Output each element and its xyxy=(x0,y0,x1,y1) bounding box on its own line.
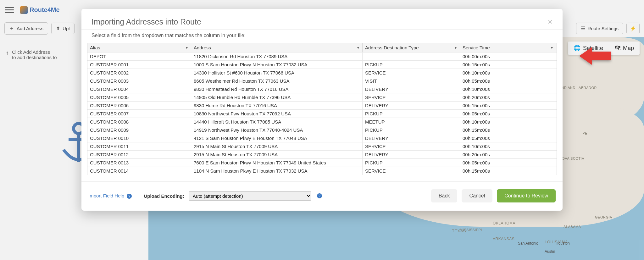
table-cell: PICKUP xyxy=(363,110,460,118)
table-row: CUSTOMER 000914919 Northwest Fwy Houston… xyxy=(87,126,557,134)
table-cell: 14300 Hollister St #600 Houston TX 77066… xyxy=(191,69,363,77)
cancel-button[interactable]: Cancel xyxy=(462,189,492,202)
encoding-select[interactable]: Auto (attempt detection) xyxy=(189,191,311,201)
table-row: CUSTOMER 00137600 E Sam Houston Pkwy N H… xyxy=(87,158,557,167)
table-cell: 00h:20m:00s xyxy=(460,151,556,158)
modal-subtitle: Select a field from the dropdown that ma… xyxy=(81,29,563,43)
table-cell: 11820 Dickinson Rd Houston TX 77089 USA xyxy=(191,53,363,60)
table-cell: DEPOT xyxy=(87,53,191,60)
modal-title: Importing Addresses into Route xyxy=(92,17,548,26)
table-cell: MEETUP xyxy=(363,118,460,126)
table-cell: 9830 Homestead Rd Houston TX 77016 USA xyxy=(191,85,363,93)
table-row: CUSTOMER 00038605 Westheimer Rd Houston … xyxy=(87,77,557,85)
table-cell: SERVICE xyxy=(363,69,460,77)
table-row: CUSTOMER 000514905 Old Humble Rd Humble … xyxy=(87,93,557,101)
table-cell: CUSTOMER 0010 xyxy=(87,134,191,142)
table-row: DEPOT11820 Dickinson Rd Houston TX 77089… xyxy=(87,52,557,60)
table-cell: 00h:00m:00s xyxy=(460,53,556,60)
column-mapping-dest-type[interactable]: Address Destination Type ▾ xyxy=(363,43,460,52)
table-cell: 8605 Westheimer Rd Houston TX 77063 USA xyxy=(191,77,363,85)
table-cell: 00h:20m:00s xyxy=(460,93,556,101)
column-mapping-address[interactable]: Address ▾ xyxy=(191,43,363,52)
column-select-value: Address Destination Type xyxy=(365,45,457,50)
table-cell: 00h:05m:00s xyxy=(460,110,556,118)
table-cell: CUSTOMER 0004 xyxy=(87,85,191,93)
import-addresses-modal: Importing Addresses into Route × Select … xyxy=(81,9,563,211)
help-icon[interactable]: ? xyxy=(317,193,322,198)
table-cell xyxy=(363,53,460,60)
table-cell: 00h:10m:00s xyxy=(460,142,556,150)
table-row: CUSTOMER 00122915 N Main St Houston TX 7… xyxy=(87,150,557,158)
column-select-value: Address xyxy=(194,45,360,50)
table-row: CUSTOMER 00011000 S Sam Houston Pkwy N H… xyxy=(87,60,557,69)
table-cell: DELIVERY xyxy=(363,134,460,142)
table-cell: 00h:15m:00s xyxy=(460,102,556,109)
table-cell: PICKUP xyxy=(363,159,460,167)
table-cell: 1000 S Sam Houston Pkwy N Houston TX 770… xyxy=(191,61,363,69)
table-cell: CUSTOMER 0003 xyxy=(87,77,191,85)
table-cell: DELIVERY xyxy=(363,85,460,93)
table-cell: 00h:10m:00s xyxy=(460,85,556,93)
table-cell: 14905 Old Humble Rd Humble TX 77396 USA xyxy=(191,93,363,101)
table-cell: CUSTOMER 0011 xyxy=(87,142,191,150)
table-row: CUSTOMER 00104121 S Sam Houston Pkwy E H… xyxy=(87,134,557,142)
modal-footer: Import Field Help ? Upload Encoding: Aut… xyxy=(81,181,563,211)
table-row: CUSTOMER 00049830 Homestead Rd Houston T… xyxy=(87,85,557,93)
table-cell: CUSTOMER 0007 xyxy=(87,110,191,118)
table-cell: 9830 Home Rd Houston TX 77016 USA xyxy=(191,102,363,109)
table-cell: PICKUP xyxy=(363,61,460,69)
column-select-value: Service Time xyxy=(463,45,553,50)
table-row: CUSTOMER 00112915 N Main St Houston TX 7… xyxy=(87,142,557,150)
table-cell: 00h:05m:00s xyxy=(460,134,556,142)
table-cell: 00h:15m:00s xyxy=(460,167,556,175)
mapping-table: Alias ▾ Address ▾ Address Destination Ty… xyxy=(87,43,557,175)
table-cell: CUSTOMER 0014 xyxy=(87,167,191,175)
table-cell: CUSTOMER 0009 xyxy=(87,126,191,134)
help-link-label: Import Field Help xyxy=(88,193,124,198)
table-row: CUSTOMER 000710830 Northwest Fwy Houston… xyxy=(87,109,557,118)
column-select-value: Alias xyxy=(90,45,188,50)
table-cell: SERVICE xyxy=(363,93,460,101)
table-cell: 00h:05m:00s xyxy=(460,77,556,85)
table-header-row: Alias ▾ Address ▾ Address Destination Ty… xyxy=(87,43,557,52)
table-cell: DELIVERY xyxy=(363,151,460,158)
table-cell: DELIVERY xyxy=(363,102,460,109)
table-cell: 4121 S Sam Houston Pkwy E Houston TX 770… xyxy=(191,134,363,142)
table-row: CUSTOMER 000814440 Hillcroft St Houston … xyxy=(87,118,557,126)
table-cell: 14440 Hillcroft St Houston TX 77085 USA xyxy=(191,118,363,126)
close-icon: × xyxy=(548,17,552,26)
column-mapping-alias[interactable]: Alias ▾ xyxy=(87,43,191,52)
table-cell: 00h:15m:00s xyxy=(460,126,556,134)
table-cell: CUSTOMER 0006 xyxy=(87,102,191,109)
table-cell: CUSTOMER 0012 xyxy=(87,151,191,158)
table-cell: 14919 Northwest Fwy Houston TX 77040-402… xyxy=(191,126,363,134)
table-row: CUSTOMER 00069830 Home Rd Houston TX 770… xyxy=(87,101,557,109)
encoding-label: Upload Encoding: xyxy=(144,193,184,199)
table-cell: 00h:10m:00s xyxy=(460,118,556,126)
column-mapping-service-time[interactable]: Service Time ▾ xyxy=(460,43,556,52)
table-cell: 2915 N Main St Houston TX 77009 USA xyxy=(191,142,363,150)
table-cell: CUSTOMER 0008 xyxy=(87,118,191,126)
table-row: CUSTOMER 000214300 Hollister St #600 Hou… xyxy=(87,69,557,77)
help-icon: ? xyxy=(127,194,132,199)
import-field-help-link[interactable]: Import Field Help ? xyxy=(88,193,132,199)
table-cell: CUSTOMER 0013 xyxy=(87,159,191,167)
table-cell: PICKUP xyxy=(363,126,460,134)
table-cell: CUSTOMER 0002 xyxy=(87,69,191,77)
table-cell: VISIT xyxy=(363,77,460,85)
table-cell: CUSTOMER 0005 xyxy=(87,93,191,101)
table-cell: 7600 E Sam Houston Pkwy N Houston TX 770… xyxy=(191,159,363,167)
table-cell: 1104 N Sam Houston Pkwy E Houston TX 770… xyxy=(191,167,363,175)
table-cell: CUSTOMER 0001 xyxy=(87,61,191,69)
table-row: CUSTOMER 00141104 N Sam Houston Pkwy E H… xyxy=(87,167,557,175)
table-cell: SERVICE xyxy=(363,142,460,150)
continue-to-review-button[interactable]: Continue to Review xyxy=(497,189,556,202)
modal-overlay: Importing Addresses into Route × Select … xyxy=(0,0,644,260)
table-cell: 2915 N Main St Houston TX 77009 USA xyxy=(191,151,363,158)
table-cell: 10830 Northwest Fwy Houston TX 77092 USA xyxy=(191,110,363,118)
back-button[interactable]: Back xyxy=(431,189,458,202)
table-cell: 00h:15m:00s xyxy=(460,61,556,69)
close-button[interactable]: × xyxy=(548,17,552,27)
table-cell: 00h:05m:00s xyxy=(460,159,556,167)
table-cell: SERVICE xyxy=(363,167,460,175)
